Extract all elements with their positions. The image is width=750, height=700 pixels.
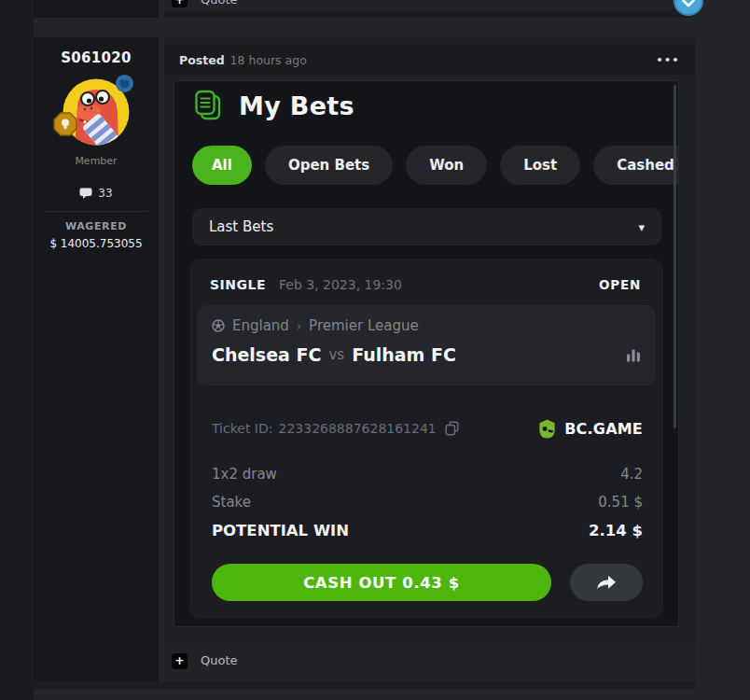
match-card[interactable]: England › Premier League Chelsea FC vs F… xyxy=(197,305,656,385)
stake-label: Stake xyxy=(212,494,251,511)
teams-row: Chelsea FC vs Fulham FC xyxy=(212,344,641,365)
potential-win-value: 2.14 $ xyxy=(589,522,643,539)
share-button[interactable] xyxy=(570,564,643,601)
bet-filter-tabs: All Open Bets Won Lost Cashed Out xyxy=(192,146,679,185)
share-arrow-icon xyxy=(596,575,617,590)
odds-label: 1x2 draw xyxy=(212,466,277,483)
ticket-id-label: Ticket ID: xyxy=(212,421,273,436)
bcgame-logo-icon xyxy=(536,418,558,440)
odds-value: 4.2 xyxy=(620,466,643,483)
speech-bubble-icon xyxy=(79,188,92,200)
bets-sort-dropdown[interactable]: Last Bets ▾ xyxy=(192,208,661,245)
bet-row-stake: Stake 0.51 $ xyxy=(212,488,643,516)
bet-card: SINGLE Feb 3, 2023, 19:30 OPEN Englan xyxy=(189,259,663,619)
post-header-bar: Posted 18 hours ago ••• xyxy=(164,45,695,75)
bet-type: SINGLE xyxy=(210,277,266,292)
league-row: England › Premier League xyxy=(212,317,641,334)
plus-icon[interactable]: + xyxy=(172,0,188,7)
vs-label: vs xyxy=(328,346,344,363)
bet-row-potential-win: POTENTIAL WIN 2.14 $ xyxy=(212,516,643,544)
away-team: Fulham FC xyxy=(352,344,456,365)
posted-time: 18 hours ago xyxy=(230,53,307,67)
post-quote-bar: + Quote xyxy=(164,641,695,680)
post-bottom-strip xyxy=(34,681,695,689)
copy-ticket-button[interactable] xyxy=(445,421,459,436)
soccer-ball-icon xyxy=(212,319,225,332)
home-team: Chelsea FC xyxy=(212,344,321,365)
tab-cashed-out[interactable]: Cashed Out xyxy=(593,146,679,185)
previous-post-quote-bar: + Quote xyxy=(164,0,695,10)
breadcrumb-separator-icon: › xyxy=(297,319,301,333)
bet-detail-rows: 1x2 draw 4.2 Stake 0.51 $ POTENTIAL WIN … xyxy=(212,460,643,544)
page-left-gutter xyxy=(0,0,34,700)
chevron-down-icon xyxy=(682,0,695,7)
match-country: England xyxy=(232,317,289,334)
bet-card-header: SINGLE Feb 3, 2023, 19:30 OPEN xyxy=(189,268,663,301)
stake-value: 0.51 $ xyxy=(598,494,643,511)
posted-label: Posted xyxy=(179,53,225,67)
cash-out-button[interactable]: CASH OUT 0.43 $ xyxy=(212,564,551,601)
avatar[interactable] xyxy=(62,78,130,146)
tab-lost[interactable]: Lost xyxy=(500,146,580,185)
widget-title: My Bets xyxy=(239,91,354,120)
achievement-badge-icon xyxy=(53,112,77,136)
tab-won[interactable]: Won xyxy=(406,146,487,185)
brand-name: BC.GAME xyxy=(564,420,643,438)
widget-scrollbar[interactable] xyxy=(674,85,676,428)
avatar-level-badge-icon xyxy=(116,75,133,92)
bet-row-odds: 1x2 draw 4.2 xyxy=(212,460,643,488)
dropdown-selected-value: Last Bets xyxy=(209,218,273,235)
ticket-row: Ticket ID: 2233268887628161241 BC.GAME xyxy=(212,415,643,441)
potential-win-label: POTENTIAL WIN xyxy=(212,522,349,539)
my-bets-widget: My Bets All Open Bets Won Lost Cashed Ou… xyxy=(174,80,679,627)
my-bets-header: My Bets xyxy=(193,89,354,122)
more-options-icon[interactable]: ••• xyxy=(656,54,680,66)
bets-document-icon xyxy=(193,89,223,122)
bet-datetime: Feb 3, 2023, 19:30 xyxy=(279,277,402,292)
post-body: Posted 18 hours ago ••• My Bets All Open… xyxy=(164,37,695,681)
match-stats-button[interactable] xyxy=(626,348,641,362)
tab-all[interactable]: All xyxy=(192,146,252,185)
comment-count-row: 33 xyxy=(79,187,112,200)
quote-button[interactable]: Quote xyxy=(201,0,238,7)
match-league: Premier League xyxy=(309,317,419,334)
chevron-down-icon: ▾ xyxy=(638,220,645,234)
quote-button[interactable]: Quote xyxy=(201,653,238,668)
copy-icon xyxy=(445,421,459,436)
wagered-label: WAGERED xyxy=(65,220,127,232)
previous-post-footer: + Quote xyxy=(164,0,695,18)
wagered-value: $ 14005.753055 xyxy=(49,237,142,250)
bet-status-badge: OPEN xyxy=(599,277,641,292)
bet-actions: CASH OUT 0.43 $ xyxy=(212,564,643,601)
brand-logo: BC.GAME xyxy=(536,418,643,440)
tab-open-bets[interactable]: Open Bets xyxy=(265,146,393,185)
comment-count: 33 xyxy=(98,187,112,200)
plus-icon[interactable]: + xyxy=(172,653,188,669)
ticket-id-value: 2233268887628161241 xyxy=(279,421,437,436)
post-author-panel: S061020 xyxy=(34,37,159,681)
previous-post-user-panel xyxy=(34,0,159,18)
bar-chart-icon xyxy=(626,348,641,362)
author-role: Member xyxy=(75,155,117,167)
sidebar-divider xyxy=(45,211,147,212)
author-username[interactable]: S061020 xyxy=(61,49,132,66)
